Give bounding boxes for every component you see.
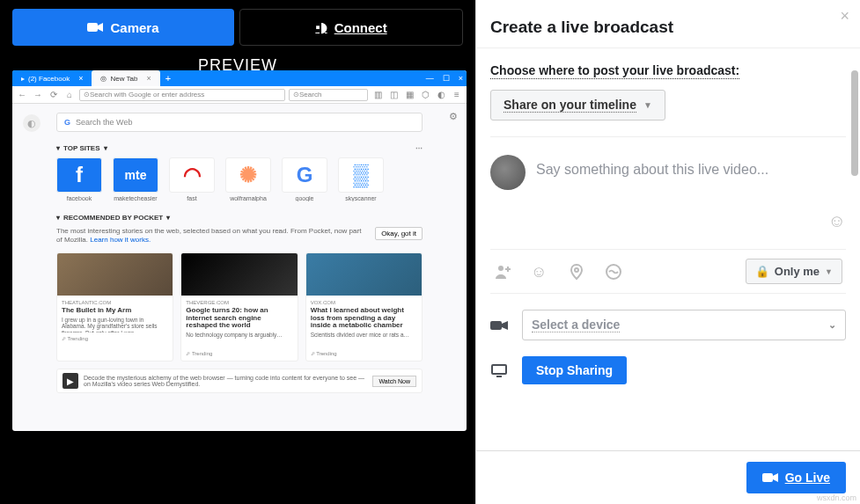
search-bar[interactable]: ⊙ Search bbox=[289, 89, 368, 101]
home-icon[interactable]: ⌂ bbox=[63, 89, 76, 101]
browser-preview: ▸ (2) Facebook× ◎ New Tab× + —☐× ← → ⟳ ⌂… bbox=[12, 70, 467, 431]
choose-post-label: Choose where to post your live broadcast… bbox=[490, 63, 739, 79]
reload-icon[interactable]: ⟳ bbox=[48, 89, 60, 101]
snippet-icon: ▶ bbox=[62, 373, 78, 389]
chevron-down-icon: ▼ bbox=[825, 267, 833, 276]
forward-icon[interactable]: → bbox=[32, 89, 44, 101]
svg-rect-0 bbox=[87, 23, 98, 32]
camera-icon bbox=[87, 21, 103, 33]
share-timeline-dropdown[interactable]: Share on your timeline ▼ bbox=[490, 90, 665, 121]
support-icon[interactable] bbox=[605, 263, 622, 281]
emoji-picker-icon[interactable]: ☺ bbox=[490, 211, 846, 231]
gear-icon[interactable]: ⚙ bbox=[449, 111, 458, 122]
watch-now-button[interactable]: Watch Now bbox=[372, 376, 416, 387]
go-live-button[interactable]: Go Live bbox=[746, 462, 846, 493]
stop-sharing-button[interactable]: Stop Sharing bbox=[522, 356, 627, 384]
browser-titlebar: ▸ (2) Facebook× ◎ New Tab× + —☐× bbox=[12, 70, 467, 86]
snippet-bar: ▶ Decode the mysterious alchemy of the w… bbox=[56, 369, 423, 393]
broadcast-panel: × Create a live broadcast Choose where t… bbox=[475, 0, 860, 504]
address-bar[interactable]: ⊙ Search with Google or enter address bbox=[79, 89, 285, 101]
preview-panel: Camera ▪◗ Connect PREVIEW ▸ (2) Facebook… bbox=[0, 0, 475, 504]
top-site-tile[interactable]: Ggoogle bbox=[282, 157, 327, 201]
scrollbar[interactable] bbox=[851, 70, 858, 176]
library-icon[interactable]: ▥ bbox=[371, 89, 384, 101]
ext2-icon[interactable]: ⬡ bbox=[419, 89, 431, 101]
feeling-icon[interactable]: ☺ bbox=[531, 263, 548, 281]
chevron-down-icon: ⌄ bbox=[828, 319, 836, 331]
more-icon[interactable]: ⋯ bbox=[415, 144, 423, 152]
tag-people-icon[interactable] bbox=[494, 263, 511, 281]
privacy-dropdown[interactable]: 🔒 Only me ▼ bbox=[746, 259, 842, 284]
connect-tab-label: Connect bbox=[334, 20, 387, 35]
firefox-logo-icon: ◐ bbox=[23, 114, 40, 132]
location-icon[interactable] bbox=[568, 263, 585, 281]
sidebar-icon[interactable]: ◫ bbox=[387, 89, 400, 101]
screen-share-icon bbox=[490, 363, 510, 377]
browser-tab[interactable]: ▸ (2) Facebook× bbox=[12, 70, 92, 86]
close-icon[interactable]: × bbox=[840, 7, 849, 26]
top-site-tile[interactable]: ▒skyscanner bbox=[338, 157, 384, 201]
avatar bbox=[490, 155, 526, 190]
window-controls[interactable]: —☐× bbox=[423, 70, 467, 86]
browser-toolbar: ← → ⟳ ⌂ ⊙ Search with Google or enter ad… bbox=[12, 86, 467, 104]
svg-point-1 bbox=[498, 266, 504, 271]
camera-icon bbox=[762, 471, 778, 484]
top-site-tile[interactable]: mtemaketecheasier bbox=[113, 157, 158, 201]
connect-tab[interactable]: ▪◗ Connect bbox=[239, 9, 463, 46]
pocket-learn-link[interactable]: Learn how it works. bbox=[90, 236, 151, 244]
svg-rect-4 bbox=[490, 321, 502, 330]
pocket-card[interactable]: VOX.COMWhat I learned about weight loss … bbox=[305, 252, 423, 362]
pocket-card[interactable]: THEVERGE.COMGoogle turns 20: how an inte… bbox=[180, 252, 298, 362]
camera-tab[interactable]: Camera bbox=[12, 9, 234, 46]
ext1-icon[interactable]: ▦ bbox=[403, 89, 415, 101]
pocket-okay-button[interactable]: Okay, got it bbox=[375, 227, 423, 240]
camera-tab-label: Camera bbox=[110, 20, 158, 35]
snippet-text: Decode the mysterious alchemy of the web… bbox=[84, 375, 367, 387]
lock-icon: 🔒 bbox=[755, 265, 769, 278]
search-web-input[interactable]: G Search the Web bbox=[56, 113, 423, 132]
pocket-header: ▾ RECOMMENDED BY POCKET ▾ bbox=[56, 214, 423, 222]
top-site-tile[interactable]: ✺wolframalpha bbox=[225, 157, 271, 201]
svg-rect-5 bbox=[492, 365, 506, 374]
watermark: wsxdn.com bbox=[817, 493, 856, 502]
svg-point-2 bbox=[575, 268, 578, 272]
composer-input[interactable]: Say something about this live video... bbox=[536, 155, 846, 178]
connect-icon: ▪◗ bbox=[315, 19, 327, 35]
ext3-icon[interactable]: ◐ bbox=[435, 89, 447, 101]
browser-tab-active[interactable]: ◎ New Tab× bbox=[92, 70, 159, 86]
video-device-icon bbox=[490, 319, 510, 332]
device-select-dropdown[interactable]: Select a device ⌄ bbox=[522, 310, 846, 340]
panel-title: Create a live broadcast bbox=[490, 18, 846, 37]
pocket-card[interactable]: THEATLANTIC.COMThe Bullet in My ArmI gre… bbox=[56, 252, 173, 362]
top-site-tile[interactable]: ◠fast bbox=[169, 157, 215, 201]
menu-icon[interactable]: ≡ bbox=[451, 89, 463, 101]
svg-rect-6 bbox=[762, 473, 773, 482]
top-site-tile[interactable]: ffacebook bbox=[56, 157, 102, 201]
new-tab-button[interactable]: + bbox=[160, 70, 176, 86]
top-sites-header: ▾ TOP SITES ▾⋯ bbox=[56, 144, 423, 152]
back-icon[interactable]: ← bbox=[16, 89, 28, 101]
chevron-down-icon: ▼ bbox=[643, 100, 652, 110]
